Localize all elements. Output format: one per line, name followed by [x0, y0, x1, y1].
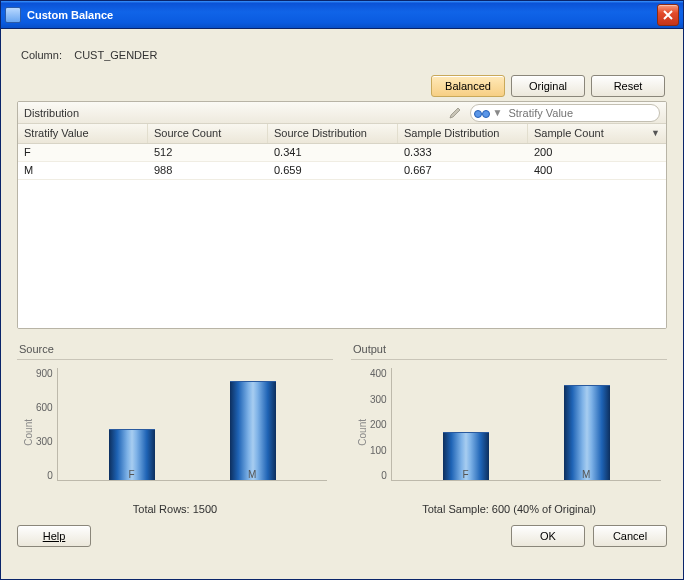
col-sample-count[interactable]: Sample Count ▼ [528, 124, 666, 143]
chart-output-yaxis: 400 300 200 100 0 [370, 368, 391, 497]
table-body: F 512 0.341 0.333 200 M 988 0.659 0.667 … [18, 144, 666, 328]
cancel-button[interactable]: Cancel [593, 525, 667, 547]
cell-source-count: 512 [148, 144, 268, 161]
balanced-button[interactable]: Balanced [431, 75, 505, 97]
xtick: F [128, 469, 134, 480]
chart-source-xlabels: F M [58, 469, 327, 480]
chart-output: Output Count 400 300 200 100 0 [351, 343, 667, 515]
cell-sample-count: 400 [528, 162, 666, 179]
ytick: 900 [36, 368, 53, 379]
action-row: Balanced Original Reset [17, 75, 667, 97]
dialog-window: Custom Balance Column: CUST_GENDER Balan… [0, 0, 684, 580]
chart-output-plot: F M [391, 368, 661, 481]
original-button[interactable]: Original [511, 75, 585, 97]
edit-icon[interactable] [448, 106, 462, 120]
titlebar: Custom Balance [1, 1, 683, 29]
chart-source-ylabel: Count [23, 419, 34, 446]
table-toolbar: Distribution ▼ [18, 102, 666, 124]
chart-source-yaxis: 900 600 300 0 [36, 368, 57, 497]
ytick: 0 [370, 470, 387, 481]
chart-source-footer: Total Rows: 1500 [17, 503, 333, 515]
stratify-search-input[interactable] [506, 106, 651, 120]
chart-source-area: Count 900 600 300 0 F M [17, 366, 333, 497]
cell-source-dist: 0.341 [268, 144, 398, 161]
bottom-row: Help OK Cancel [17, 525, 667, 547]
chart-output-title: Output [353, 343, 667, 355]
table-row[interactable]: M 988 0.659 0.667 400 [18, 162, 666, 180]
charts-row: Source Count 900 600 300 0 F [17, 343, 667, 515]
reset-button[interactable]: Reset [591, 75, 665, 97]
chart-source: Source Count 900 600 300 0 F [17, 343, 333, 515]
xtick: M [248, 469, 256, 480]
xtick: F [462, 469, 468, 480]
window-title: Custom Balance [27, 9, 657, 21]
chart-output-xlabels: F M [392, 469, 661, 480]
help-button[interactable]: Help [17, 525, 91, 547]
col-sample-count-label: Sample Count [534, 127, 604, 139]
cell-stratify: M [18, 162, 148, 179]
cell-stratify: F [18, 144, 148, 161]
ytick: 300 [370, 394, 387, 405]
ytick: 100 [370, 445, 387, 456]
ytick: 600 [36, 402, 53, 413]
ytick: 300 [36, 436, 53, 447]
ok-button[interactable]: OK [511, 525, 585, 547]
cell-sample-dist: 0.667 [398, 162, 528, 179]
bar-m [230, 381, 276, 480]
ytick: 0 [36, 470, 53, 481]
divider [351, 359, 667, 360]
chart-output-area: Count 400 300 200 100 0 F M [351, 366, 667, 497]
cell-source-dist: 0.659 [268, 162, 398, 179]
binoculars-icon [473, 106, 488, 120]
distribution-table: Distribution ▼ Stratify Value Source Cou… [17, 101, 667, 329]
dropdown-icon[interactable]: ▼ [493, 107, 503, 118]
column-headers: Stratify Value Source Count Source Distr… [18, 124, 666, 144]
col-stratify[interactable]: Stratify Value [18, 124, 148, 143]
table-row[interactable]: F 512 0.341 0.333 200 [18, 144, 666, 162]
column-label: Column: [21, 49, 62, 61]
close-button[interactable] [657, 4, 679, 26]
ytick: 200 [370, 419, 387, 430]
cell-sample-dist: 0.333 [398, 144, 528, 161]
chart-output-footer: Total Sample: 600 (40% of Original) [351, 503, 667, 515]
chart-source-plot: F M [57, 368, 327, 481]
col-source-count[interactable]: Source Count [148, 124, 268, 143]
ytick: 400 [370, 368, 387, 379]
chevron-down-icon[interactable]: ▼ [651, 127, 660, 138]
cell-sample-count: 200 [528, 144, 666, 161]
chart-output-ylabel: Count [357, 419, 368, 446]
stratify-search[interactable]: ▼ [470, 104, 660, 122]
column-value: CUST_GENDER [74, 49, 157, 61]
chart-source-title: Source [19, 343, 333, 355]
bar-m [564, 385, 610, 480]
cell-source-count: 988 [148, 162, 268, 179]
col-source-dist[interactable]: Source Distribution [268, 124, 398, 143]
divider [17, 359, 333, 360]
dialog-content: Column: CUST_GENDER Balanced Original Re… [1, 29, 683, 579]
col-sample-dist[interactable]: Sample Distribution [398, 124, 528, 143]
distribution-label: Distribution [24, 107, 448, 119]
column-row: Column: CUST_GENDER [21, 49, 667, 61]
app-icon [5, 7, 21, 23]
xtick: M [582, 469, 590, 480]
